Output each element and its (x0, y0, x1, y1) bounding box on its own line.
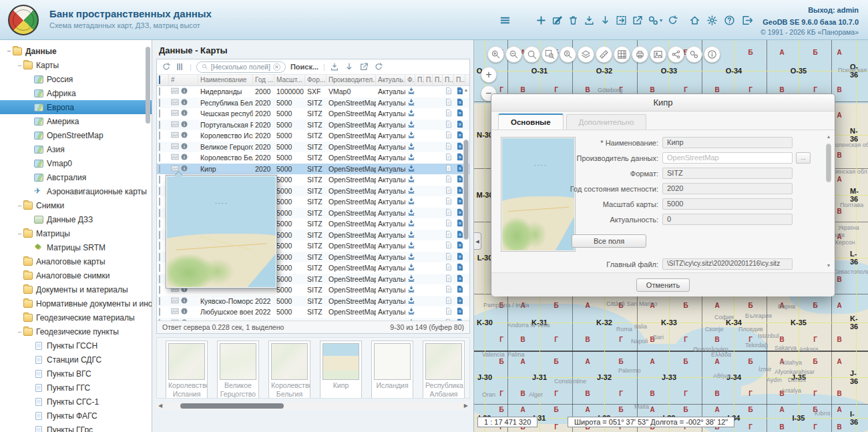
tree-item-openstreetmap[interactable]: OpenStreetMap (0, 128, 152, 142)
tree-item-снимки[interactable]: –Снимки (0, 198, 152, 212)
tree-item-аналоговые-карты[interactable]: Аналоговые карты (0, 254, 152, 268)
passport-doc-icon[interactable] (445, 109, 453, 117)
row-checkbox[interactable] (157, 87, 169, 95)
column-header[interactable]: # (169, 75, 198, 85)
tree-item-африка[interactable]: Африка (0, 86, 152, 100)
passport-doc-icon[interactable] (445, 197, 453, 205)
download-file-icon[interactable] (407, 230, 415, 238)
tree-item-матрицы-srtm[interactable]: Матрицы SRTM (0, 240, 152, 254)
tree-item-карты[interactable]: –Карты (0, 58, 152, 72)
download-file-icon[interactable] (407, 98, 415, 106)
column-header[interactable]: П... (433, 75, 443, 85)
download-file-icon[interactable] (407, 197, 415, 205)
table-row[interactable]: Португальская Ре...20205000SITZOpenStree… (157, 120, 469, 131)
column-header[interactable]: П... (424, 75, 433, 85)
tree-item-геодезические-материалы[interactable]: Геодезические материалы (0, 310, 152, 325)
download-file-icon[interactable] (407, 142, 415, 150)
tree-item-пункты-сгс-1[interactable]: Пункты СГС-1 (0, 395, 152, 409)
search-area-icon[interactable] (541, 46, 558, 63)
thumbnail-исландия[interactable]: Исландия (371, 341, 413, 399)
help-icon[interactable] (724, 15, 735, 26)
refresh-icon[interactable] (667, 15, 678, 26)
tree-item-россия[interactable]: Россия (0, 72, 152, 86)
download-file-icon[interactable] (407, 208, 415, 216)
table-row[interactable]: Кипр20205000SITZOpenStreetMapАктуальн... (157, 164, 469, 175)
passport-doc-icon[interactable] (445, 131, 453, 139)
thumbnail-республика-албания[interactable]: РеспубликаАлбания (423, 341, 465, 399)
passport-doc-icon[interactable] (445, 142, 453, 150)
download-file-icon[interactable] (407, 263, 415, 271)
tree-item-пункты-ггс[interactable]: Пункты ГГС (0, 381, 152, 395)
tree-item-документы-и-материалы[interactable]: Документы и материалы (0, 282, 152, 296)
download-file-icon[interactable] (407, 186, 415, 194)
passport-doc-icon[interactable] (445, 186, 453, 194)
column-header[interactable]: Актуаль... (376, 75, 405, 85)
row-checkbox[interactable] (157, 132, 169, 140)
column-header[interactable]: П... (415, 75, 424, 85)
info-icon[interactable] (180, 164, 188, 172)
column-header[interactable]: Наименование (198, 75, 253, 85)
tree-item-vmap0[interactable]: Vmap0 (0, 156, 152, 170)
download-file-icon[interactable] (407, 109, 415, 117)
passport-doc-icon[interactable] (445, 230, 453, 238)
row-checkbox[interactable] (157, 297, 169, 305)
tree-item-пункты-ггрс[interactable]: Пункты ГГрс (0, 423, 152, 432)
external-link-icon[interactable] (359, 62, 369, 71)
image-preview-icon[interactable] (171, 109, 179, 117)
clear-filter-icon[interactable]: ✕ (273, 63, 280, 71)
trash-icon[interactable] (568, 15, 579, 26)
column-header[interactable]: Фор... (305, 75, 327, 85)
passport-doc-icon[interactable] (445, 98, 453, 106)
scroll-right-icon[interactable]: ▶ (464, 403, 468, 409)
tree-item-данные-дзз[interactable]: Данные ДЗЗ (0, 212, 152, 226)
print-icon[interactable] (632, 46, 648, 63)
search-filter-pill[interactable]: [Несколько полей] ✕ (196, 61, 286, 73)
exit-icon[interactable] (741, 15, 752, 26)
passport-doc-icon[interactable] (445, 164, 453, 172)
tree-item-азия[interactable]: Азия (0, 142, 152, 156)
column-header[interactable]: Масшт... (274, 75, 305, 85)
field-input[interactable]: SITZ (662, 168, 793, 179)
tree-item-матрицы[interactable]: –Матрицы (0, 226, 152, 240)
table-row[interactable]: Куявско-Поморск...20225000SITZOpenStreet… (157, 296, 469, 307)
passport-doc-icon[interactable] (445, 87, 453, 95)
info-icon[interactable] (180, 307, 188, 315)
zoom-out-icon[interactable] (505, 46, 522, 63)
download-file-icon[interactable] (407, 153, 415, 161)
passport-doc-icon[interactable] (445, 252, 453, 260)
cancel-button[interactable]: Отменить (636, 278, 690, 292)
column-header[interactable]: Производител... (327, 75, 376, 85)
row-checkbox[interactable] (157, 143, 169, 151)
panel-collapse-handle[interactable]: ◀ (474, 232, 481, 250)
info-icon[interactable] (180, 296, 188, 304)
column-header[interactable]: П... (454, 75, 465, 85)
table-row[interactable]: Любушское воево...20225000SITZOpenStreet… (157, 306, 469, 318)
gears-icon[interactable]: ▾ (648, 15, 662, 26)
services-icon[interactable] (686, 46, 702, 63)
search-icon[interactable] (523, 46, 540, 63)
info-icon[interactable] (180, 120, 188, 128)
thumbnail-scrollbar[interactable]: ◀ ▶ (156, 402, 470, 410)
field-input[interactable]: 5000 (662, 198, 793, 210)
tree-item-пункты-вгс[interactable]: Пункты ВГС (0, 367, 152, 381)
download-file-icon[interactable] (407, 219, 415, 227)
thumbnail-великое-герцогство[interactable]: ВеликоеГерцогство (217, 341, 259, 399)
passport-doc-icon[interactable] (445, 208, 453, 216)
refresh-icon[interactable] (374, 62, 383, 71)
download-file-icon[interactable] (407, 131, 415, 139)
download-icon[interactable] (584, 15, 595, 26)
plus-icon[interactable] (535, 15, 547, 26)
field-input[interactable]: 0 (662, 214, 793, 225)
image-preview-icon[interactable] (171, 98, 179, 106)
row-checkbox[interactable] (157, 121, 169, 129)
scroll-down-icon[interactable]: ▼ (825, 263, 832, 268)
arrow-down-icon[interactable] (600, 15, 611, 26)
scroll-up-icon[interactable]: ▲ (463, 87, 469, 92)
tree-expander-icon[interactable]: – (16, 61, 23, 69)
field-input[interactable]: OpenStreetMap (662, 152, 793, 164)
arrow-down-icon[interactable] (345, 62, 354, 71)
download-file-icon[interactable] (407, 175, 415, 183)
tree-item-америка[interactable]: Америка (0, 114, 152, 128)
tree-item-нормативные-документы-и-иное[interactable]: Нормативные документы и иное (0, 296, 152, 310)
passport-doc-icon[interactable] (445, 120, 453, 128)
